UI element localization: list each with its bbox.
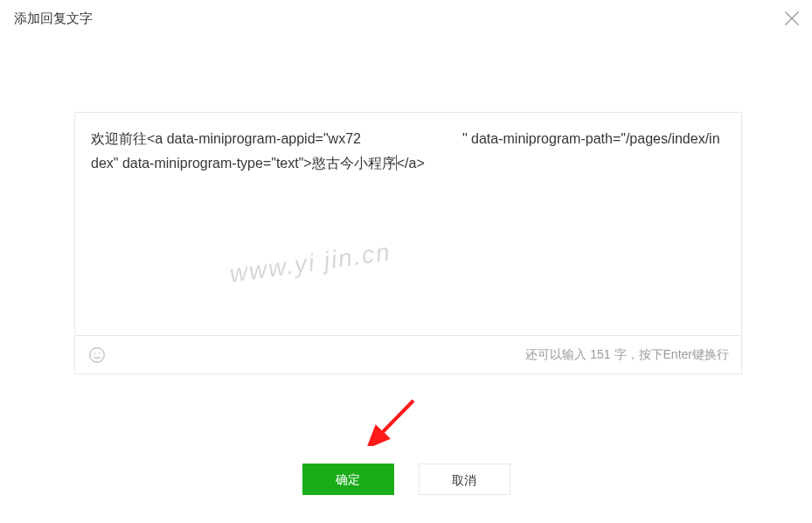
close-icon bbox=[781, 17, 803, 32]
svg-point-0 bbox=[90, 347, 105, 362]
cancel-button[interactable]: 取消 bbox=[419, 464, 510, 495]
reply-text-editor[interactable]: 欢迎前往<a data-miniprogram-appid="wx72" dat… bbox=[74, 112, 742, 374]
text-caret bbox=[396, 155, 397, 171]
editor-text-prefix: 欢迎前往<a data-miniprogram-appid="wx72 bbox=[91, 131, 361, 146]
modal-actions: 确定 取消 bbox=[0, 464, 812, 495]
editor-content-area[interactable]: 欢迎前往<a data-miniprogram-appid="wx72" dat… bbox=[75, 113, 741, 335]
close-button[interactable] bbox=[781, 7, 803, 30]
add-reply-text-modal: 添加回复文字 欢迎前往<a data-miniprogram-appid="wx… bbox=[0, 0, 812, 523]
char-counter: 还可以输入 151 字，按下Enter键换行 bbox=[525, 347, 729, 363]
confirm-button[interactable]: 确定 bbox=[302, 464, 394, 495]
svg-point-1 bbox=[94, 352, 95, 354]
modal-title: 添加回复文字 bbox=[14, 10, 93, 27]
editor-text-tail: </a> bbox=[397, 156, 425, 171]
svg-point-2 bbox=[99, 352, 101, 354]
counter-count: 151 bbox=[590, 347, 610, 361]
editor-footer: 还可以输入 151 字，按下Enter键换行 bbox=[75, 335, 741, 373]
smile-icon bbox=[87, 352, 107, 367]
counter-suffix: 字，按下Enter键换行 bbox=[611, 347, 729, 361]
emoji-button[interactable] bbox=[87, 345, 107, 365]
counter-prefix: 还可以输入 bbox=[525, 347, 590, 361]
annotation-arrow bbox=[365, 394, 418, 446]
